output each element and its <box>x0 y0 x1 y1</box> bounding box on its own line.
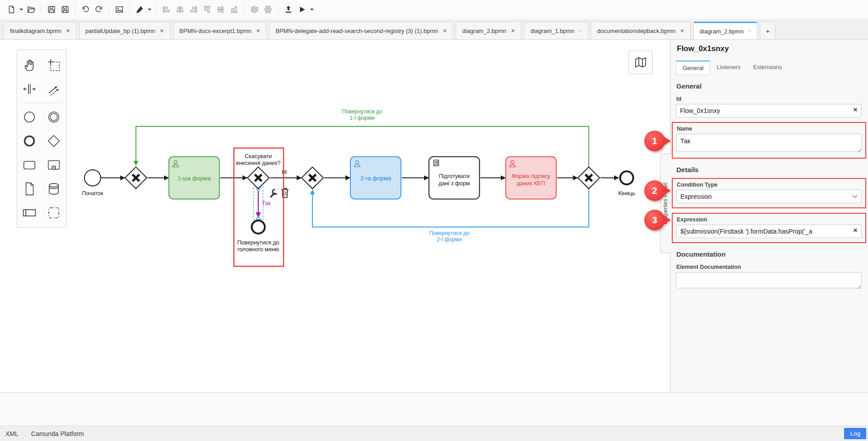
gateway-cancel-label-line1[interactable]: Скасувати <box>245 153 272 160</box>
start-process-button[interactable] <box>295 3 309 16</box>
task-prepare-label-line1[interactable]: Підготувати <box>439 173 470 179</box>
tab-diagram2-active[interactable]: diagram_2.bpmn○ <box>693 22 758 39</box>
tab-close-icon[interactable]: ✕ <box>443 28 447 33</box>
space-tool[interactable] <box>17 77 42 101</box>
align-top-button[interactable] <box>200 3 214 16</box>
tab-close-icon[interactable]: ✕ <box>66 28 70 33</box>
export-image-button[interactable] <box>113 3 126 16</box>
align-top-icon <box>203 5 212 14</box>
create-task[interactable] <box>17 153 42 177</box>
new-file-button[interactable] <box>5 3 18 16</box>
save-button[interactable] <box>45 3 58 16</box>
bpmn-canvas[interactable]: Початок 1-ша форма Скасувати внесення да… <box>0 40 660 392</box>
new-tab-button[interactable]: + <box>760 22 775 39</box>
tab-close-icon[interactable]: ✕ <box>256 28 260 33</box>
align-center-button[interactable] <box>173 3 187 16</box>
clear-expression-icon[interactable]: ✕ <box>853 228 858 233</box>
expression-input[interactable] <box>676 225 862 238</box>
tab-finalkdiagram[interactable]: finalkdiagram.bpmn✕ <box>4 22 76 39</box>
tab-close-icon[interactable]: ✕ <box>680 28 684 33</box>
lasso-tool[interactable] <box>42 53 66 77</box>
end-event[interactable]: Кінець <box>618 171 635 196</box>
tab-diagram1[interactable]: diagram_1.bpmn○ <box>524 22 588 39</box>
set-color-button[interactable] <box>133 3 146 16</box>
flow-no-label[interactable]: Ні <box>282 169 287 175</box>
task-prepare-label-line2[interactable]: дані з форм <box>439 180 470 187</box>
minimap-toggle[interactable] <box>628 51 653 74</box>
task-sign-label-line1[interactable]: Форма підпису <box>512 173 551 179</box>
gateway-3[interactable] <box>578 167 599 189</box>
align-left-button[interactable] <box>160 3 173 16</box>
tab-bpmn-delegate[interactable]: BPMN-delegate-add-read-search-second-reg… <box>269 22 453 39</box>
create-group[interactable] <box>42 201 66 225</box>
context-pad-wrench-icon[interactable] <box>271 189 277 197</box>
element-documentation-textarea[interactable] <box>676 272 862 288</box>
open-file-button[interactable] <box>24 3 38 16</box>
create-gateway[interactable] <box>42 129 66 153</box>
id-input[interactable] <box>676 104 862 117</box>
tab-close-icon[interactable]: ✕ <box>511 28 515 33</box>
clear-id-icon[interactable]: ✕ <box>853 107 858 113</box>
end-event-label[interactable]: Кінець <box>618 190 635 197</box>
task-form2[interactable]: 2-га форма <box>350 157 401 199</box>
tab-partialupdate[interactable]: partialUpdate_bp (1).bpmn✕ <box>79 22 170 39</box>
undo-button[interactable] <box>79 3 92 16</box>
new-file-caret[interactable] <box>18 3 24 16</box>
return-menu-label-line2[interactable]: головного меню <box>237 246 279 253</box>
tab-documentationstepback[interactable]: documentationstepback.bpmn✕ <box>591 22 691 39</box>
hand-tool[interactable] <box>17 53 42 77</box>
properties-panel-toggle[interactable]: Properties Panel <box>660 154 670 253</box>
distribute-horizontally-button[interactable] <box>248 3 261 16</box>
start-options-caret[interactable] <box>309 3 315 16</box>
redo-button[interactable] <box>92 3 106 16</box>
deploy-button[interactable] <box>282 3 295 16</box>
tab-general[interactable]: General <box>676 61 710 75</box>
gateway-2[interactable] <box>302 167 323 189</box>
create-end-event[interactable] <box>17 129 42 153</box>
create-data-object[interactable] <box>17 177 42 201</box>
xml-toggle[interactable]: XML <box>5 430 19 437</box>
align-middle-button[interactable] <box>214 3 227 16</box>
task-sign-label-line2[interactable]: даних КЕП <box>517 180 545 187</box>
start-event[interactable]: Початок <box>82 170 103 197</box>
tab-diagram2[interactable]: diagram_2.bpmn✕ <box>456 22 521 39</box>
context-pad-trash-icon[interactable] <box>281 188 288 197</box>
task-form1-label[interactable]: 1-ша форма <box>177 175 211 182</box>
gateway-cancel-label-line2[interactable]: внесення даних? <box>236 160 281 166</box>
tab-extensions[interactable]: Extensions <box>747 61 788 75</box>
flow-back1-label-line1[interactable]: Повернутися до <box>342 108 382 115</box>
start-event-label[interactable]: Початок <box>82 190 103 197</box>
tab-label: diagram_2.bpmn <box>462 28 506 34</box>
gateway-cancel[interactable]: Скасувати внесення даних? <box>236 153 281 189</box>
task-form2-label[interactable]: 2-га форма <box>360 175 392 182</box>
create-subprocess[interactable] <box>42 153 66 177</box>
toolbar-separator <box>244 4 245 15</box>
tab-listeners[interactable]: Listeners <box>710 61 747 75</box>
create-start-event[interactable] <box>17 105 42 129</box>
engine-profile[interactable]: Camunda Platform <box>31 430 84 437</box>
end-event-return-menu[interactable]: Повернутися до головного меню <box>237 220 279 253</box>
distribute-vertically-button[interactable] <box>261 3 275 16</box>
tab-bpmn-docx-excerpt[interactable]: BPMN-docx-excerpt1.bpmn✕ <box>173 22 267 39</box>
return-menu-label-line1[interactable]: Повернутися до <box>237 239 279 246</box>
align-right-button[interactable] <box>187 3 200 16</box>
name-textarea[interactable]: Так <box>676 134 862 152</box>
tab-close-icon[interactable]: ✕ <box>160 28 164 33</box>
flow-back2-label-line1[interactable]: Повернутися до <box>429 230 469 236</box>
create-data-store[interactable] <box>42 177 66 201</box>
create-participant[interactable] <box>17 201 42 225</box>
gateway-1[interactable] <box>125 167 147 189</box>
flow-back1-label-line2[interactable]: 1-ї форми <box>349 115 374 121</box>
create-intermediate-event[interactable] <box>42 105 66 129</box>
flow-back2-label-line2[interactable]: 2-ї форми <box>437 236 462 243</box>
condition-type-select[interactable]: Expression <box>676 190 862 203</box>
save-as-button[interactable] <box>58 3 72 16</box>
task-form1[interactable]: 1-ша форма <box>169 157 220 199</box>
task-prepare-data[interactable]: Підготувати дані з форм <box>429 157 480 199</box>
flow-yes-label[interactable]: Так <box>262 200 271 206</box>
task-sign-kep[interactable]: Форма підпису даних КЕП <box>506 157 557 199</box>
set-color-caret[interactable] <box>146 3 153 16</box>
align-bottom-button[interactable] <box>227 3 241 16</box>
log-button[interactable]: Log <box>844 428 866 439</box>
global-connect-tool[interactable] <box>42 77 66 101</box>
